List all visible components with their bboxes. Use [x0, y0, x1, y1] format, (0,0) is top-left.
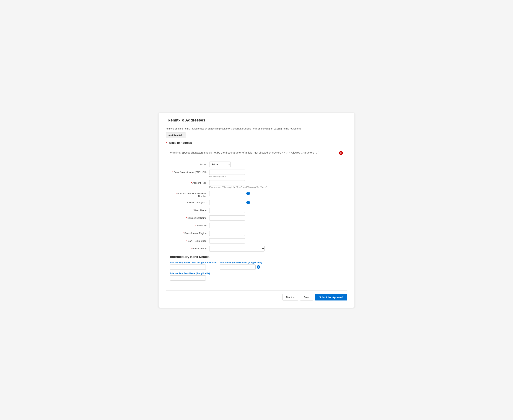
- intermediary-fields: Intermediary SWIFT Code (BIC) (If Applic…: [170, 261, 343, 270]
- intermediary-section: Intermediary Bank Details Intermediary S…: [170, 255, 343, 281]
- bank-name-label: * Bank Name: [170, 208, 209, 212]
- bank-street-name-label: * Bank Street Name: [170, 215, 209, 219]
- bank-account-name-row: * Bank Account Name(ENGLISH) Beneficiary…: [170, 170, 343, 178]
- bank-street-name-input[interactable]: [209, 215, 245, 220]
- account-type-field: Please enter "Checking" for "Toza", and …: [209, 180, 343, 188]
- bank-account-name-input[interactable]: [209, 170, 245, 175]
- bank-state-row: * Bank State or Region: [170, 231, 343, 236]
- bank-account-number-req: *: [176, 192, 177, 195]
- intermediary-swift-col: Intermediary SWIFT Code (BIC) (If Applic…: [170, 261, 216, 270]
- bank-postal-field: [209, 238, 343, 243]
- section-title: · Remit-To Addresses: [166, 118, 347, 125]
- swift-code-req: *: [185, 201, 186, 204]
- section-desc: Add one or more Remit-To Addresses by ei…: [166, 127, 347, 130]
- bank-account-number-field-row: i: [209, 191, 343, 196]
- bank-state-label: * Bank State or Region: [170, 231, 209, 235]
- intermediary-bank-name-input[interactable]: [170, 275, 206, 281]
- save-button[interactable]: Save: [300, 294, 313, 300]
- active-row: Active Active Inactive: [170, 162, 343, 167]
- active-field: Active Inactive: [209, 162, 343, 167]
- bank-state-input[interactable]: [209, 231, 245, 236]
- bank-postal-input[interactable]: [209, 238, 245, 243]
- page-container: · Remit-To Addresses Add one or more Rem…: [158, 112, 355, 308]
- bank-account-name-hint: Beneficiary Name: [209, 175, 343, 178]
- close-warning-button[interactable]: ×: [339, 151, 343, 155]
- warning-text: Warning: Special characters should not b…: [170, 151, 337, 155]
- intermediary-title: Intermediary Bank Details: [170, 255, 343, 259]
- bank-account-number-field: i: [209, 191, 343, 196]
- bank-postal-row: * Bank Postal Code: [170, 238, 343, 243]
- account-type-hint: Please enter "Checking" for "Toza", and …: [209, 186, 343, 188]
- bank-postal-label: * Bank Postal Code: [170, 238, 209, 242]
- intermediary-iban-col: Intermediary IBAN Number (If Applicable)…: [220, 261, 262, 270]
- swift-code-label: * SWIFT Code (BIC): [170, 200, 209, 204]
- submit-for-approval-button[interactable]: Submit for Approval: [315, 294, 347, 300]
- account-type-row: * Account Type Please enter "Checking" f…: [170, 180, 343, 188]
- active-label: Active: [170, 162, 209, 165]
- remit-to-address-label: * Remit-To Address: [166, 141, 347, 144]
- intermediary-swift-field-row: [170, 264, 216, 270]
- bank-city-input[interactable]: [209, 223, 245, 228]
- remit-form-card: Warning: Special characters should not b…: [166, 147, 347, 285]
- account-type-req: *: [191, 181, 192, 184]
- bank-postal-req: *: [186, 240, 187, 242]
- bank-street-name-row: * Bank Street Name: [170, 215, 343, 220]
- swift-code-field: i: [209, 200, 343, 205]
- intermediary-iban-label: Intermediary IBAN Number (If Applicable): [220, 261, 262, 264]
- swift-code-row: * SWIFT Code (BIC) i: [170, 200, 343, 205]
- bank-account-number-info-icon[interactable]: i: [246, 192, 250, 195]
- remit-label-text: Remit-To Address: [168, 141, 192, 144]
- add-remit-to-button[interactable]: Add Remit-To: [166, 133, 186, 138]
- bank-country-label: * Bank Country: [170, 246, 209, 250]
- bank-account-name-label: * Bank Account Name(ENGLISH): [170, 170, 209, 173]
- intermediary-iban-field-row: i: [220, 264, 262, 270]
- bank-name-input[interactable]: [209, 208, 245, 213]
- bank-account-number-row: * Bank Account Number/IBAN Number i: [170, 191, 343, 197]
- bank-country-req: *: [191, 247, 192, 250]
- bank-name-req: *: [193, 209, 194, 212]
- account-type-input[interactable]: [209, 180, 245, 185]
- active-select[interactable]: Active Inactive: [209, 162, 231, 167]
- bank-account-number-input[interactable]: [209, 191, 245, 196]
- bank-city-label: * Bank City: [170, 223, 209, 227]
- bank-city-row: * Bank City: [170, 223, 343, 228]
- bank-state-field: [209, 231, 343, 236]
- intermediary-swift-label: Intermediary SWIFT Code (BIC) (If Applic…: [170, 261, 216, 264]
- bank-name-field: [209, 208, 343, 213]
- bank-account-name-field: Beneficiary Name: [209, 170, 343, 178]
- warning-banner: Warning: Special characters should not b…: [170, 151, 343, 158]
- intermediary-bank-name-label: Intermediary Bank Name (If Applicable): [170, 272, 343, 275]
- section-title-dot: ·: [166, 118, 166, 122]
- bank-account-name-req: *: [172, 171, 173, 173]
- bank-country-field: [209, 246, 343, 252]
- bank-city-field: [209, 223, 343, 228]
- bank-state-req: *: [183, 232, 184, 235]
- footer-actions: Decline Save Submit for Approval: [166, 290, 347, 300]
- intermediary-bank-name-col: Intermediary Bank Name (If Applicable): [170, 272, 343, 281]
- decline-button[interactable]: Decline: [282, 294, 298, 300]
- intermediary-iban-input[interactable]: [220, 264, 256, 270]
- account-type-label: * Account Type: [170, 180, 209, 184]
- bank-street-name-field: [209, 215, 343, 220]
- bank-street-req: *: [186, 217, 187, 219]
- bank-country-select[interactable]: [209, 246, 264, 252]
- remit-required-star: *: [166, 141, 167, 144]
- swift-code-info-icon[interactable]: i: [246, 201, 250, 204]
- bank-country-row: * Bank Country: [170, 246, 343, 252]
- bank-city-req: *: [195, 224, 196, 227]
- swift-code-input[interactable]: [209, 200, 245, 205]
- swift-code-field-row: i: [209, 200, 343, 205]
- intermediary-iban-info-icon[interactable]: i: [257, 265, 260, 269]
- bank-name-row: * Bank Name: [170, 208, 343, 213]
- section-title-text: Remit-To Addresses: [168, 118, 205, 123]
- bank-account-number-label: * Bank Account Number/IBAN Number: [170, 191, 209, 197]
- intermediary-swift-input[interactable]: [170, 264, 206, 270]
